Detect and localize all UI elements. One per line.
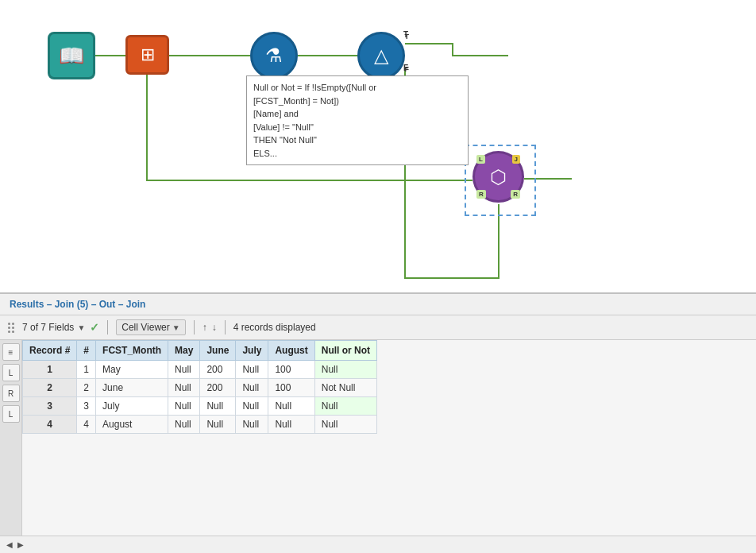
cell-fcst-3: July — [96, 397, 168, 416]
tooltip-line5: THEN "Not Null" — [253, 133, 461, 147]
cell-viewer-label: Cell Viewer — [122, 322, 169, 333]
cell-viewer-arrow: ▼ — [172, 323, 180, 332]
f-label: F — [403, 64, 408, 72]
cell-record-3: 3 — [23, 397, 77, 416]
table-node[interactable]: ⊞ — [125, 35, 169, 75]
toolbar-divider-3 — [225, 320, 226, 335]
drag-handle — [8, 323, 14, 333]
cell-august-1: 100 — [268, 361, 314, 379]
cell-fcst-1: May — [96, 361, 168, 379]
cell-num-2: 2 — [77, 379, 96, 397]
cell-null-or-not-3: Null — [314, 397, 376, 416]
lab-icon: ⚗ — [265, 44, 283, 67]
join-j-label: J — [512, 155, 520, 164]
cell-may-1: Null — [168, 361, 200, 379]
cell-june-1: 200 — [200, 361, 236, 379]
cell-june-2: 200 — [200, 379, 236, 397]
join-node[interactable]: ⬡ L J R R — [472, 151, 524, 203]
cell-july-4: Null — [236, 416, 268, 434]
cell-num-3: 3 — [77, 397, 96, 416]
join-l-label: L — [476, 155, 485, 164]
book-icon: 📖 — [59, 44, 84, 68]
cell-num-4: 4 — [77, 416, 96, 434]
cell-july-2: Null — [236, 379, 268, 397]
cell-june-3: Null — [200, 397, 236, 416]
table-row: 1 1 May Null 200 Null 100 Null — [23, 361, 377, 379]
results-table: Record # # FCST_Month May June July Augu… — [22, 340, 377, 434]
cell-null-or-not-2: Not Null — [314, 379, 376, 397]
results-panel: Results – Join (5) – Out – Join 7 of 7 F… — [0, 294, 756, 553]
list-icon[interactable]: ≡ — [2, 343, 20, 361]
table-row: 2 2 June Null 200 Null 100 Not Null — [23, 379, 377, 397]
table-header-row: Record # # FCST_Month May June July Augu… — [23, 341, 377, 361]
col-august: August — [268, 341, 314, 361]
formula-tooltip: Null or Not = If !IsEmpty([Null or [FCST… — [246, 75, 469, 165]
cell-record-4: 4 — [23, 416, 77, 434]
cell-num-1: 1 — [77, 361, 96, 379]
bottom-scrollbar[interactable]: ◀ ▶ — [0, 536, 756, 553]
side-icons-panel: ≡ L R L — [0, 340, 22, 536]
results-header: Results – Join (5) – Out – Join — [0, 294, 756, 315]
records-count-label: 4 records displayed — [233, 322, 316, 333]
d-icon[interactable]: L — [2, 405, 20, 423]
tooltip-line6: ELS... — [253, 147, 461, 160]
fields-dropdown[interactable]: 7 of 7 Fields ▼ — [22, 322, 85, 333]
join-r-label-right: R — [511, 190, 520, 199]
cell-fcst-4: August — [96, 416, 168, 434]
cell-july-3: Null — [236, 397, 268, 416]
checkmark-icon[interactable]: ✓ — [90, 321, 99, 334]
table-scroll-area[interactable]: Record # # FCST_Month May June July Augu… — [22, 340, 756, 536]
col-july: July — [236, 341, 268, 361]
sort-up-button[interactable]: ↑ — [202, 322, 207, 333]
cell-null-or-not-4: Null — [314, 416, 376, 434]
cell-null-or-not-1: Null — [314, 361, 376, 379]
col-null-or-not: Null or Not — [314, 341, 376, 361]
toolbar-divider-1 — [107, 320, 108, 335]
col-fcst-month: FCST_Month — [96, 341, 168, 361]
lab-node[interactable]: ⚗ — [250, 32, 298, 79]
cell-record-2: 2 — [23, 379, 77, 397]
results-toolbar: 7 of 7 Fields ▼ ✓ Cell Viewer ▼ ↑ ↓ 4 re… — [0, 315, 756, 340]
cell-august-3: Null — [268, 397, 314, 416]
table-icon: ⊞ — [141, 44, 155, 65]
tooltip-line2: [FCST_Month] = Not]) — [253, 95, 461, 108]
scroll-left-arrow[interactable]: ◀ — [6, 540, 13, 549]
fields-label: 7 of 7 Fields — [22, 322, 74, 333]
table-row: 4 4 August Null Null Null Null Null — [23, 416, 377, 434]
book-node[interactable]: 📖 — [48, 32, 95, 79]
table-container: ≡ L R L Record # # FCST_Month May June J… — [0, 340, 756, 536]
t-label: T — [403, 30, 408, 39]
cell-may-2: Null — [168, 379, 200, 397]
scroll-right-arrow[interactable]: ▶ — [17, 540, 24, 549]
cell-june-4: Null — [200, 416, 236, 434]
l-icon[interactable]: L — [2, 364, 20, 381]
r-icon[interactable]: R — [2, 385, 20, 402]
join-r-label-left: R — [476, 190, 486, 199]
cell-august-4: Null — [268, 416, 314, 434]
tooltip-line1: Null or Not = If !IsEmpty([Null or — [253, 81, 461, 95]
join-icon: ⬡ — [490, 166, 507, 188]
col-june: June — [200, 341, 236, 361]
cell-record-1: 1 — [23, 361, 77, 379]
cell-august-2: 100 — [268, 379, 314, 397]
cell-fcst-2: June — [96, 379, 168, 397]
cell-viewer-dropdown[interactable]: Cell Viewer ▼ — [116, 319, 185, 335]
col-may: May — [168, 341, 200, 361]
cell-july-1: Null — [236, 361, 268, 379]
formula-icon: △ — [374, 44, 388, 67]
col-num: # — [77, 341, 96, 361]
sort-down-button[interactable]: ↓ — [212, 322, 217, 333]
tooltip-line3: [Name] and — [253, 107, 461, 121]
toolbar-divider-2 — [194, 320, 195, 335]
col-record: Record # — [23, 341, 77, 361]
workflow-canvas: 📖 ⊞ ⚗ △ T F Null or Not = If !IsEmpty([N… — [0, 0, 756, 294]
fields-dropdown-arrow: ▼ — [77, 323, 85, 332]
tooltip-line4: [Value] != "Null" — [253, 121, 461, 134]
cell-may-3: Null — [168, 397, 200, 416]
table-row: 3 3 July Null Null Null Null Null — [23, 397, 377, 416]
cell-may-4: Null — [168, 416, 200, 434]
formula-node[interactable]: △ T F — [357, 32, 405, 79]
